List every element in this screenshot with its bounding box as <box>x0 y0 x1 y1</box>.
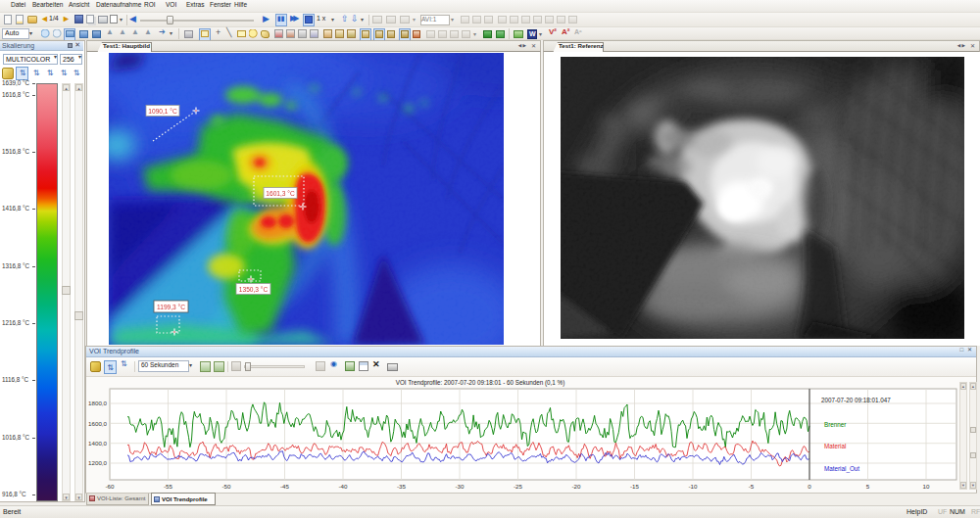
svg-text:Brenner: Brenner <box>824 421 846 428</box>
svg-text:-35: -35 <box>397 483 407 490</box>
svg-text:1800,0: 1800,0 <box>88 400 107 406</box>
svg-text:Material: Material <box>824 443 846 449</box>
svg-text:-40: -40 <box>339 483 349 490</box>
svg-text:1199,3 °C: 1199,3 °C <box>157 304 185 310</box>
svg-text:-25: -25 <box>514 483 523 490</box>
svg-text:1090,1 °C: 1090,1 °C <box>148 108 177 115</box>
svg-text:0: 0 <box>808 483 811 490</box>
svg-text:-50: -50 <box>222 483 232 490</box>
svg-text:-5: -5 <box>749 483 755 490</box>
svg-text:1400,0: 1400,0 <box>88 440 107 447</box>
svg-text:-15: -15 <box>630 483 640 490</box>
svg-text:-20: -20 <box>572 483 582 490</box>
svg-text:-10: -10 <box>689 483 699 490</box>
svg-text:-55: -55 <box>164 483 173 490</box>
svg-text:1200,0: 1200,0 <box>88 459 107 466</box>
svg-text:-30: -30 <box>456 483 466 490</box>
svg-text:VOI Trendprofile: 2007-07-20 0: VOI Trendprofile: 2007-07-20 09:18:01 - … <box>396 379 565 387</box>
svg-text:-60: -60 <box>106 483 116 490</box>
svg-text:10: 10 <box>923 483 930 490</box>
svg-text:Material_Out: Material_Out <box>824 465 859 473</box>
svg-text:-45: -45 <box>280 483 290 490</box>
svg-text:5: 5 <box>866 483 870 490</box>
svg-text:2007-07-20 09:18:01.047: 2007-07-20 09:18:01.047 <box>821 397 891 403</box>
svg-text:1600,0: 1600,0 <box>88 420 107 427</box>
svg-text:1350,3 °C: 1350,3 °C <box>239 286 269 293</box>
svg-text:1601,3 °C: 1601,3 °C <box>266 190 295 197</box>
